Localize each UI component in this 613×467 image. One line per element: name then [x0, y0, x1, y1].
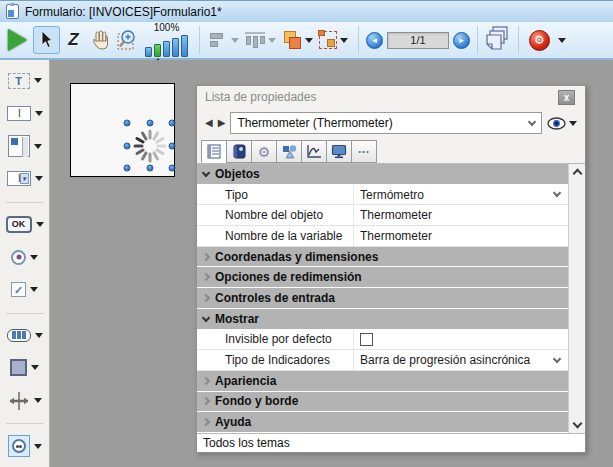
resize-handle-n[interactable] — [146, 120, 153, 127]
object-level-button[interactable] — [282, 31, 313, 50]
object-selector-value: Thermometer (Thermometer) — [237, 116, 529, 130]
form-canvas: Lista de propiedades x ◀ ▶ Thermometer (… — [50, 60, 613, 467]
chevron-down-icon — [34, 398, 42, 403]
align-icon — [210, 32, 228, 48]
listbox-tool[interactable] — [8, 134, 42, 158]
chevron-down-icon — [31, 365, 39, 370]
button-grid-tool[interactable] — [7, 324, 43, 348]
group-objects-button[interactable] — [319, 31, 348, 49]
tab-property-list[interactable] — [201, 140, 227, 163]
form-settings-button[interactable]: ⚙ — [529, 30, 566, 51]
window-title: Formulario: [INVOICES]Formulario1* — [25, 5, 222, 19]
tab-display[interactable] — [326, 140, 352, 163]
tab-events[interactable] — [301, 140, 327, 163]
panel-title: Lista de propiedades — [205, 90, 316, 104]
checkbox-tool[interactable]: ✓ — [11, 278, 38, 302]
chevron-down-icon — [34, 444, 42, 449]
section-controles-entrada[interactable]: Controles de entrada — [197, 288, 568, 309]
resize-handle-nw[interactable] — [124, 120, 131, 127]
tipo-value: Termómetro — [360, 188, 550, 202]
section-coordenadas[interactable]: Coordenadas y dimensiones — [197, 247, 568, 268]
resize-handle-w[interactable] — [124, 142, 131, 149]
previous-page-button[interactable]: ◂ — [366, 32, 383, 49]
combobox-tool[interactable]: I▾ — [7, 167, 43, 191]
distribute-objects-button[interactable] — [245, 32, 276, 48]
tipo-dropdown[interactable]: Termómetro — [353, 185, 568, 205]
align-objects-button[interactable] — [210, 32, 239, 48]
move-tool-button[interactable] — [87, 26, 114, 54]
section-mostrar[interactable]: Mostrar — [197, 309, 568, 330]
section-ayuda[interactable]: Ayuda — [197, 412, 568, 433]
input-tool[interactable]: I — [7, 102, 43, 126]
zoom-tool-button[interactable] — [114, 26, 141, 54]
tipo-indicadores-value: Barra de progresión asincrónica — [360, 353, 550, 367]
scroll-down-icon[interactable] — [572, 419, 582, 429]
section-label: Coordenadas y dimensiones — [215, 250, 378, 264]
form-pages-button[interactable] — [485, 26, 511, 54]
zoom-level-control[interactable]: 100% — [145, 23, 188, 57]
property-row-tipo: Tipo Termómetro — [197, 185, 568, 206]
zoom-bars-icon — [145, 33, 188, 57]
view-options-button[interactable] — [547, 117, 577, 130]
tab-objects[interactable] — [276, 140, 302, 163]
chevron-right-icon — [197, 274, 215, 280]
chevron-down-icon — [553, 189, 561, 197]
spinner-tool-selected[interactable] — [8, 434, 42, 458]
invisible-checkbox[interactable] — [360, 333, 373, 346]
hand-icon — [91, 30, 111, 50]
entry-order-tool-button[interactable]: Z — [60, 26, 87, 54]
resize-handle-s[interactable] — [146, 165, 153, 172]
nombre-variable-field[interactable]: Thermometer — [353, 226, 568, 246]
page-indicator[interactable]: 1/1 — [387, 32, 449, 49]
property-rows: Objetos Tipo Termómetro Nombre del objet… — [197, 164, 568, 433]
previous-object-button[interactable]: ◀ — [205, 118, 213, 128]
tab-data[interactable] — [226, 140, 252, 163]
run-form-button[interactable] — [8, 29, 27, 51]
theme-filter-bar[interactable]: Todos los temas — [197, 433, 585, 452]
section-label: Ayuda — [215, 415, 251, 429]
scroll-up-icon[interactable] — [572, 169, 582, 179]
chevron-down-icon — [34, 144, 42, 149]
selected-spinner-object[interactable] — [127, 123, 172, 168]
property-list-panel: Lista de propiedades x ◀ ▶ Thermometer (… — [196, 85, 586, 453]
chevron-down-icon — [30, 287, 38, 292]
separator — [518, 26, 519, 54]
button-grid-tool-icon — [7, 329, 31, 342]
section-label: Opciones de redimensión — [215, 270, 362, 284]
rectangle-tool[interactable] — [10, 356, 39, 380]
separator — [6, 202, 44, 203]
close-button[interactable]: x — [558, 90, 575, 105]
form-page[interactable] — [70, 83, 175, 177]
chevron-down-icon — [35, 333, 43, 338]
section-fondo-borde[interactable]: Fondo y borde — [197, 392, 568, 413]
tab-settings[interactable]: ⚙ — [251, 140, 277, 163]
listbox-tool-icon — [8, 135, 30, 157]
object-selector-dropdown[interactable]: Thermometer (Thermometer) — [230, 112, 542, 134]
chevron-down-icon — [268, 38, 276, 43]
next-object-button[interactable]: ▶ — [218, 118, 226, 128]
nombre-objeto-field[interactable]: Thermometer — [353, 205, 568, 225]
next-page-button[interactable]: ▸ — [453, 32, 470, 49]
resize-handle-se[interactable] — [169, 165, 176, 172]
spinner-widget-icon — [131, 127, 169, 165]
section-label: Mostrar — [215, 312, 259, 326]
panel-header[interactable]: Lista de propiedades x — [197, 86, 585, 108]
select-tool-button[interactable] — [33, 26, 60, 54]
section-opciones-redimension[interactable]: Opciones de redimensión — [197, 267, 568, 288]
radio-button-tool[interactable] — [11, 245, 38, 269]
vertical-scrollbar[interactable] — [568, 164, 585, 433]
chevron-down-icon — [340, 38, 348, 43]
text-tool[interactable]: T — [8, 69, 42, 93]
layers-icon — [282, 31, 302, 50]
button-tool[interactable]: OK — [6, 213, 44, 237]
chevron-down-icon — [558, 38, 566, 43]
tab-more[interactable]: ••• — [351, 140, 377, 163]
section-apariencia[interactable]: Apariencia — [197, 371, 568, 392]
resize-handle-ne[interactable] — [169, 120, 176, 127]
tipo-indicadores-dropdown[interactable]: Barra de progresión asincrónica — [353, 350, 568, 370]
resize-handle-e[interactable] — [169, 142, 176, 149]
section-objetos[interactable]: Objetos — [197, 164, 568, 185]
spinner-tool-icon — [8, 435, 30, 457]
splitter-tool[interactable] — [8, 389, 42, 413]
resize-handle-sw[interactable] — [124, 165, 131, 172]
